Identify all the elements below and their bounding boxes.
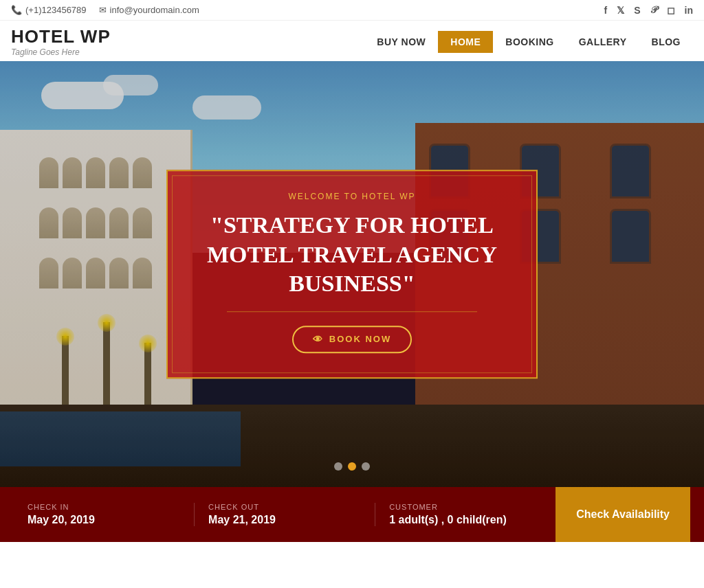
logo: HOTEL WP Tagline Goes Here: [11, 26, 111, 57]
book-now-label: BOOK NOW: [329, 334, 391, 344]
nav-blog[interactable]: BLOG: [639, 31, 693, 53]
header: HOTEL WP Tagline Goes Here BUY NOW HOME …: [0, 21, 704, 61]
checkout-label: CHECK OUT: [208, 503, 361, 511]
email-contact: ✉ info@yourdomain.com: [99, 5, 199, 15]
top-bar: 📞 (+1)123456789 ✉ info@yourdomain.com f …: [0, 0, 704, 21]
email-address: info@yourdomain.com: [110, 5, 199, 15]
twitter-icon[interactable]: 𝕏: [617, 5, 624, 16]
booking-bar: CHECK IN May 20, 2019 CHECK OUT May 21, …: [0, 487, 704, 542]
pinterest-icon[interactable]: 𝒫: [650, 4, 657, 16]
slider-dots: [334, 462, 370, 471]
social-links: f 𝕏 S 𝒫 ◻ in: [604, 4, 693, 16]
phone-number: (+1)123456789: [25, 5, 87, 15]
facebook-icon[interactable]: f: [604, 5, 608, 16]
skype-icon[interactable]: S: [634, 5, 640, 16]
check-availability-button[interactable]: Check Availability: [556, 487, 690, 542]
logo-title: HOTEL WP: [11, 26, 111, 47]
customer-label: CUSTOMER: [389, 503, 542, 511]
hero-subtitle: WELCOME TO HOTEL WP: [195, 192, 509, 201]
nav-buy-now[interactable]: BUY NOW: [364, 31, 438, 53]
phone-icon: 📞: [11, 5, 22, 15]
nav-booking[interactable]: BOOKING: [493, 31, 566, 53]
email-icon: ✉: [99, 5, 107, 15]
checkin-field[interactable]: CHECK IN May 20, 2019: [14, 503, 195, 526]
phone-contact: 📞 (+1)123456789: [11, 5, 87, 15]
checkin-label: CHECK IN: [28, 503, 180, 511]
nav-gallery[interactable]: GALLERY: [566, 31, 639, 53]
checkout-field[interactable]: CHECK OUT May 21, 2019: [195, 503, 375, 526]
linkedin-icon[interactable]: in: [685, 5, 693, 16]
hero-title: "STRATEGY FOR HOTEL MOTEL TRAVEL AGENCY …: [195, 211, 509, 299]
customer-value: 1 adult(s) , 0 child(ren): [389, 514, 542, 526]
checkin-value: May 20, 2019: [28, 514, 180, 526]
hero-divider: [227, 311, 478, 312]
instagram-icon[interactable]: ◻: [667, 5, 675, 16]
book-now-button[interactable]: BOOK NOW: [292, 326, 412, 353]
slide-dot-3[interactable]: [362, 462, 370, 471]
main-nav: BUY NOW HOME BOOKING GALLERY BLOG: [364, 31, 693, 53]
hero-text-box: WELCOME TO HOTEL WP "STRATEGY FOR HOTEL …: [166, 170, 538, 378]
slide-dot-2[interactable]: [348, 462, 356, 471]
nav-home[interactable]: HOME: [438, 31, 493, 53]
hero-section: WELCOME TO HOTEL WP "STRATEGY FOR HOTEL …: [0, 61, 704, 487]
eye-icon: [313, 334, 324, 345]
top-bar-contact: 📞 (+1)123456789 ✉ info@yourdomain.com: [11, 5, 199, 15]
slide-dot-1[interactable]: [334, 462, 342, 471]
logo-tagline: Tagline Goes Here: [11, 47, 111, 57]
checkout-value: May 21, 2019: [208, 514, 361, 526]
customer-field[interactable]: CUSTOMER 1 adult(s) , 0 child(ren): [375, 503, 556, 526]
